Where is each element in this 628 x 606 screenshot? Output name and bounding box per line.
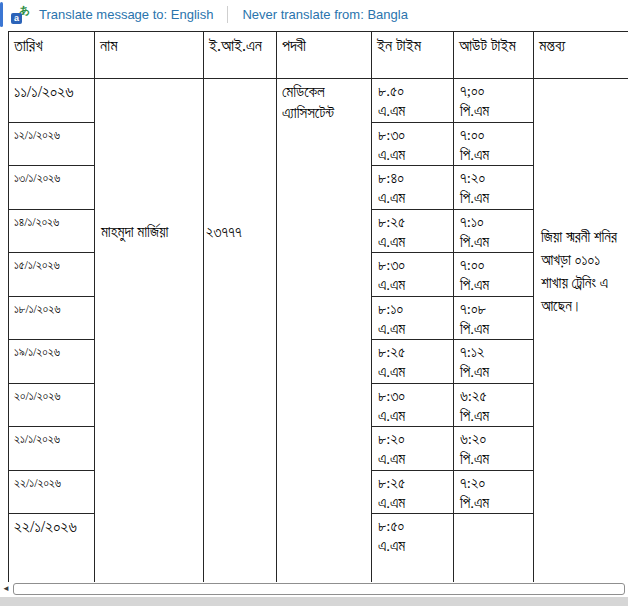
in-time-value: ৮:৩০	[378, 255, 451, 275]
out-time-value: ৭:২০	[460, 473, 531, 493]
out-time-ampm: পি.এম	[460, 232, 531, 252]
date-cell: ১৯/১/২০২৬	[9, 340, 95, 384]
header-row: তারিখ নাম ই.আই.এন পদবী ইন টাইম আউট টাইম …	[9, 32, 628, 79]
date-cell: ১৪/১/২০২৬	[9, 209, 95, 253]
out-time-cell: ৬:২৫ পি.এম	[454, 383, 534, 427]
scrollbar-thumb[interactable]	[13, 583, 625, 595]
date-cell: ১৫/১/২০২৬	[9, 253, 95, 297]
out-time-cell: ৭:১২ পি.এম	[454, 340, 534, 384]
scroll-left-button[interactable]: ◄	[0, 582, 12, 596]
attendance-table: তারিখ নাম ই.আই.এন পদবী ইন টাইম আউট টাইম …	[8, 31, 628, 586]
header-name: নাম	[95, 32, 204, 79]
out-time-ampm: পি.এম	[460, 493, 531, 513]
in-time-ampm: এ.এম	[378, 275, 451, 295]
in-time-ampm: এ.এম	[378, 319, 451, 339]
in-time-value: ৮:২৫	[378, 212, 451, 232]
out-time-cell: ৭;০০ পি.এম	[454, 79, 534, 123]
header-date: তারিখ	[9, 32, 95, 79]
in-time-cell: ৮:৩০ এ.এম	[372, 253, 454, 297]
out-time-ampm: পি.এম	[460, 319, 531, 339]
out-time-cell: ৭:১০ পি.এম	[454, 209, 534, 253]
translate-icon	[11, 6, 30, 24]
date-cell: ১১/১/২০২৬	[9, 79, 95, 123]
in-time-value: ৮:২৫	[378, 473, 451, 493]
date-cell: ২২/১/২০২৬	[9, 470, 95, 514]
date-cell: ২২/১/২০২৬	[9, 514, 95, 586]
in-time-value: ৮:৩০	[378, 386, 451, 406]
in-time-cell: ৮.৫০ এ.এম	[372, 79, 454, 123]
out-time-cell	[454, 514, 534, 586]
out-time-cell: ৭:২০ পি.এম	[454, 470, 534, 514]
left-accent-bar	[0, 2, 3, 27]
header-out-time: আউট টাইম	[454, 32, 534, 79]
date-cell: ২১/১/২০২৬	[9, 427, 95, 471]
table-row: ১১/১/২০২৬ মাহমুদা মার্জিয়া ২৩৭৭৭ মেডিকে…	[9, 79, 628, 123]
never-translate-link[interactable]: Never translate from: Bangla	[242, 7, 407, 22]
out-time-ampm: পি.এম	[460, 362, 531, 382]
header-in-time: ইন টাইম	[372, 32, 454, 79]
left-arrow-icon: ◄	[2, 585, 10, 593]
out-time-ampm: পি.এম	[460, 145, 531, 165]
in-time-value: ৮:২০	[378, 429, 451, 449]
out-time-ampm: পি.এম	[460, 406, 531, 426]
out-time-value: ৭;০০	[460, 81, 531, 101]
date-cell: ১২/১/২০২৬	[9, 122, 95, 166]
out-time-value: ৭:০০	[460, 255, 531, 275]
out-time-ampm: পি.এম	[460, 275, 531, 295]
in-time-cell: ৮:১০ এ.এম	[372, 296, 454, 340]
translate-bar: Translate message to: English Never tran…	[0, 0, 628, 29]
out-time-value: ৭:০৮	[460, 299, 531, 319]
out-time-cell: ৭:০০ পি.এম	[454, 253, 534, 297]
in-time-ampm: এ.এম	[378, 362, 451, 382]
in-time-ampm: এ.এম	[378, 101, 451, 121]
in-time-value: ৮:৫০	[378, 516, 451, 536]
in-time-ampm: এ.এম	[378, 145, 451, 165]
translate-bar-divider	[227, 6, 228, 23]
message-view: Translate message to: English Never tran…	[0, 0, 628, 606]
in-time-value: ৮:১০	[378, 299, 451, 319]
out-time-value: ৬:২০	[460, 429, 531, 449]
in-time-cell: ৮:২৫ এ.এম	[372, 340, 454, 384]
in-time-cell: ৮:২৫ এ.এম	[372, 470, 454, 514]
in-time-cell: ৮:৩০ এ.এম	[372, 383, 454, 427]
in-time-ampm: এ.এম	[378, 188, 451, 208]
in-time-value: ৮:৪০	[378, 168, 451, 188]
in-time-ampm: এ.এম	[378, 536, 451, 556]
out-time-value: ৬:২৫	[460, 386, 531, 406]
out-time-ampm: পি.এম	[460, 449, 531, 469]
out-time-ampm: পি.এম	[460, 188, 531, 208]
in-time-ampm: এ.এম	[378, 232, 451, 252]
header-designation: পদবী	[277, 32, 372, 79]
in-time-cell: ৮:২০ এ.এম	[372, 427, 454, 471]
out-time-value: ৭:২০	[460, 168, 531, 188]
translate-message-link[interactable]: Translate message to: English	[39, 7, 213, 22]
date-cell: ১৩/১/২০২৬	[9, 166, 95, 210]
out-time-value: ৭:১২	[460, 342, 531, 362]
name-cell: মাহমুদা মার্জিয়া	[95, 79, 204, 586]
bottom-strip	[0, 597, 628, 606]
in-time-value: ৮:২৫	[378, 342, 451, 362]
in-time-ampm: এ.এম	[378, 449, 451, 469]
out-time-cell: ৭:০০ পি.এম	[454, 122, 534, 166]
out-time-cell: ৭:২০ পি.এম	[454, 166, 534, 210]
in-time-cell: ৮:৪০ এ.এম	[372, 166, 454, 210]
ein-cell: ২৩৭৭৭	[204, 79, 277, 586]
out-time-ampm: পি.এম	[460, 101, 531, 121]
in-time-cell: ৮:৩০ এ.এম	[372, 122, 454, 166]
out-time-value: ৭:০০	[460, 125, 531, 145]
header-comment: মন্তব্য	[534, 32, 628, 79]
out-time-value: ৭:১০	[460, 212, 531, 232]
attendance-table-container: তারিখ নাম ই.আই.এন পদবী ইন টাইম আউট টাইম …	[8, 31, 628, 586]
in-time-value: ৮.৫০	[378, 81, 451, 101]
in-time-value: ৮:৩০	[378, 125, 451, 145]
horizontal-scrollbar[interactable]: ◄	[0, 582, 628, 596]
translate-icon-latin-glyph	[11, 13, 22, 24]
in-time-cell: ৮:২৫ এ.এম	[372, 209, 454, 253]
in-time-ampm: এ.এম	[378, 493, 451, 513]
date-cell: ২০/১/২০২৬	[9, 383, 95, 427]
out-time-cell: ৬:২০ পি.এম	[454, 427, 534, 471]
designation-cell: মেডিকেল এ্যাসিসটেন্ট	[277, 79, 372, 586]
out-time-cell: ৭:০৮ পি.এম	[454, 296, 534, 340]
date-cell: ১৮/১/২০২৬	[9, 296, 95, 340]
comment-cell: জিয়া স্মরনী শনির আখড়া ০১০১ শাখায় ট্রে…	[534, 79, 628, 586]
